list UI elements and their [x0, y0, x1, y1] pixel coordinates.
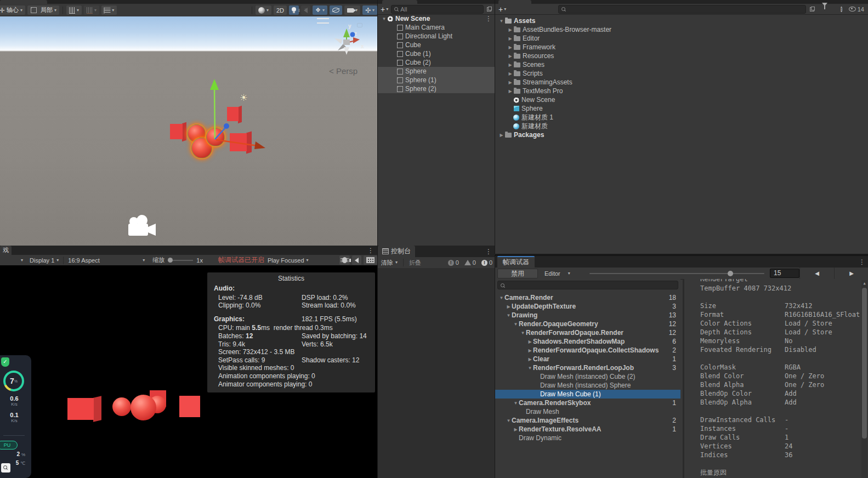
- hierarchy-item-sphere-1-[interactable]: Sphere (1): [378, 76, 495, 84]
- previous-event-button[interactable]: ◀: [799, 268, 834, 279]
- camera-settings-button[interactable]: ▾: [344, 5, 360, 15]
- audio-toggle-button[interactable]: [301, 5, 310, 15]
- event-row-15[interactable]: ▶RenderTexture.ResolveAA1: [495, 425, 680, 434]
- event-row-0[interactable]: ▼Camera.Render18: [495, 293, 680, 302]
- draw-mode-button[interactable]: ▾: [256, 5, 271, 15]
- expand-arrow[interactable]: ▶: [513, 427, 519, 432]
- scrollbar-thumb[interactable]: [862, 288, 867, 439]
- expand-arrow[interactable]: ▶: [527, 339, 533, 344]
- expand-arrow[interactable]: ▼: [498, 295, 504, 300]
- frame-slider[interactable]: [589, 273, 764, 274]
- expand-arrow[interactable]: ▶: [527, 357, 533, 362]
- focus-mode-dropdown[interactable]: Play Focused▾: [264, 257, 312, 264]
- expand-arrow[interactable]: ▶: [507, 89, 513, 94]
- lock-icon[interactable]: [357, 23, 362, 27]
- hierarchy-item-cube[interactable]: Cube: [378, 41, 495, 49]
- expand-arrow[interactable]: ▶: [498, 133, 504, 138]
- project-item-12[interactable]: 新建材质: [495, 122, 868, 130]
- hierarchy-root-kebab[interactable]: ⋮: [482, 15, 495, 22]
- event-row-14[interactable]: ▼Camera.ImageEffects2: [495, 416, 680, 425]
- console-log-area[interactable]: [378, 268, 495, 478]
- scene-viewport[interactable]: ☀ y x z: [0, 16, 377, 246]
- mute-audio-button[interactable]: [352, 255, 361, 265]
- pivot-mode-button[interactable]: ✛轴心▾: [0, 5, 25, 15]
- project-tab[interactable]: [498, 0, 531, 4]
- 2d-toggle-button[interactable]: 2D: [274, 5, 287, 15]
- event-row-13[interactable]: Draw Mesh: [495, 407, 680, 416]
- event-row-4[interactable]: ▼RenderForwardOpaque.Render12: [495, 328, 680, 337]
- hierarchy-item-sphere-2-[interactable]: Sphere (2): [378, 84, 495, 93]
- hidden-objects-button[interactable]: [330, 5, 342, 15]
- hidden-count-button[interactable]: 14: [849, 6, 864, 13]
- scroll-up-icon[interactable]: ▲: [861, 280, 867, 287]
- expand-arrow[interactable]: ▶: [507, 71, 513, 76]
- hierarchy-root-row[interactable]: ▼New Scene⋮: [378, 14, 495, 23]
- camera-object-silhouette[interactable]: [127, 215, 156, 238]
- project-item-9[interactable]: New Scene: [495, 95, 868, 104]
- monitor-search-button[interactable]: [1, 463, 10, 473]
- next-event-button[interactable]: ▶: [834, 268, 868, 279]
- expand-arrow[interactable]: ▼: [513, 322, 519, 327]
- expand-arrow[interactable]: ▼: [506, 418, 512, 423]
- event-row-11[interactable]: Draw Mesh Cube (1): [495, 390, 680, 399]
- projection-mode-label[interactable]: < Persp: [329, 66, 358, 76]
- filter-by-type-button[interactable]: [822, 6, 827, 13]
- console-menu-kebab[interactable]: ⋮: [482, 248, 495, 255]
- expand-arrow[interactable]: ▶: [507, 45, 513, 50]
- event-row-3[interactable]: ▼Render.OpaqueGeometry12: [495, 320, 680, 328]
- project-item-1[interactable]: ▶AssetBundles-Browser-master: [495, 25, 868, 34]
- frame-number-input[interactable]: 15: [770, 269, 799, 278]
- event-row-9[interactable]: Draw Mesh (instanced) Cube (2): [495, 372, 680, 381]
- target-dropdown[interactable]: Editor▾: [538, 270, 584, 277]
- hierarchy-item-cube-2-[interactable]: Cube (2): [378, 58, 495, 67]
- project-item-6[interactable]: ▶Scripts: [495, 69, 868, 78]
- open-window-icon[interactable]: [487, 7, 492, 12]
- expand-arrow[interactable]: ▶: [507, 80, 513, 85]
- frame-debugger-menu-kebab[interactable]: ⋮: [855, 258, 868, 266]
- event-row-10[interactable]: Draw Mesh (instanced) Sphere: [495, 381, 680, 390]
- frame-debugger-tab[interactable]: 帧调试器: [497, 256, 535, 268]
- project-item-11[interactable]: 新建材质 1: [495, 113, 868, 122]
- console-tab[interactable]: 控制台: [378, 246, 415, 257]
- expand-arrow[interactable]: ▼: [520, 331, 526, 335]
- project-search-input[interactable]: [558, 5, 806, 14]
- project-item-8[interactable]: ▶TextMesh Pro: [495, 87, 868, 95]
- create-asset-button[interactable]: +▾: [495, 5, 509, 14]
- scene-tab[interactable]: [0, 0, 47, 4]
- game-menu-kebab[interactable]: ⋮: [364, 247, 377, 254]
- event-row-7[interactable]: ▶Clear1: [495, 355, 680, 363]
- project-item-10[interactable]: Sphere: [495, 104, 868, 113]
- expand-arrow[interactable]: ▼: [506, 313, 512, 318]
- game-tab[interactable]: 戏: [0, 246, 12, 255]
- project-item-7[interactable]: ▶StreamingAssets: [495, 78, 868, 87]
- warning-count-button[interactable]: 0: [462, 259, 479, 266]
- error-count-button[interactable]: !0: [479, 259, 495, 266]
- project-item-3[interactable]: ▶Framework: [495, 43, 868, 52]
- expand-arrow[interactable]: ▶: [507, 54, 513, 59]
- project-item-0[interactable]: ▼Assets: [495, 16, 868, 25]
- hierarchy-tab[interactable]: [382, 0, 417, 4]
- project-item-13[interactable]: ▶Packages: [495, 130, 868, 139]
- alerts-button[interactable]: !: [841, 5, 842, 13]
- event-row-5[interactable]: ▶Shadows.RenderShadowMap6: [495, 337, 680, 346]
- zoom-slider[interactable]: [168, 260, 193, 261]
- measure-snap-button[interactable]: ▾: [101, 5, 117, 15]
- info-count-button[interactable]: !0: [445, 259, 462, 266]
- handle-space-button[interactable]: 局部▾: [27, 5, 59, 15]
- clear-button[interactable]: 清除▾: [378, 259, 401, 267]
- open-window-icon[interactable]: [810, 7, 815, 12]
- expand-arrow[interactable]: ▼: [498, 19, 504, 24]
- details-scrollbar[interactable]: ▲: [861, 280, 867, 478]
- project-item-2[interactable]: ▶Editor: [495, 34, 868, 43]
- stats-button[interactable]: [339, 255, 350, 265]
- event-row-8[interactable]: ▼RenderForward.RenderLoopJob3: [495, 363, 680, 372]
- lighting-toggle-button[interactable]: [289, 5, 299, 15]
- display-dropdown[interactable]: Display 1▾: [27, 257, 61, 264]
- hierarchy-item-main-camera[interactable]: Main Camera: [378, 23, 495, 32]
- collapse-button[interactable]: 折叠: [406, 259, 424, 267]
- overlay-menu-handle[interactable]: [317, 18, 329, 24]
- expand-arrow[interactable]: ▶: [507, 27, 513, 32]
- transform-gizmo[interactable]: [164, 76, 274, 155]
- expand-arrow[interactable]: ▼: [527, 366, 533, 371]
- effects-toggle-button[interactable]: ❖▾: [313, 5, 327, 15]
